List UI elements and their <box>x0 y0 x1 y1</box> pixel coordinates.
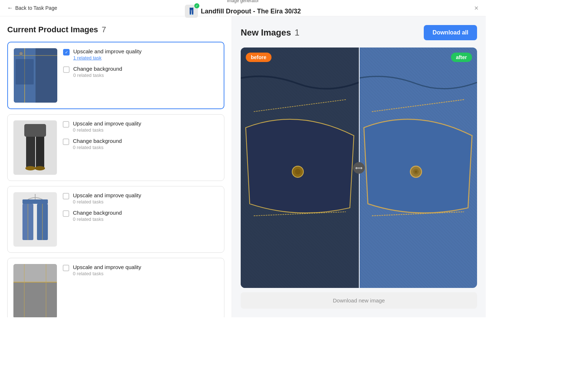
image-comparison-container: before after <box>241 48 477 288</box>
related-tasks-count: 0 related tasks <box>73 199 218 205</box>
back-label: Back to Task Page <box>15 5 57 11</box>
related-tasks-count: 0 related tasks <box>73 127 218 133</box>
after-image <box>359 48 477 288</box>
upscale-checkbox-3[interactable] <box>63 193 69 199</box>
download-all-button[interactable]: Download all <box>424 25 477 40</box>
svg-rect-7 <box>26 135 35 168</box>
task-options: Upscale and improve quality 0 related ta… <box>63 264 218 276</box>
new-images-count: 1 <box>295 28 299 38</box>
back-to-task-button[interactable]: ← Back to Task Page <box>7 5 57 11</box>
task-label: Change background <box>73 138 218 144</box>
task-label: Upscale and improve quality <box>73 48 218 54</box>
header-title-row: 👖 Landfill Dropout - The Eira 30/32 <box>185 5 301 18</box>
task-option: Upscale and improve quality 0 related ta… <box>63 192 218 205</box>
close-button[interactable]: × <box>474 4 478 12</box>
svg-rect-8 <box>36 135 44 168</box>
before-image <box>241 48 359 288</box>
product-name: Landfill Dropout - The Eira 30/32 <box>201 8 301 15</box>
task-option: Change background 0 related tasks <box>63 210 218 222</box>
svg-rect-41 <box>359 48 477 288</box>
svg-rect-20 <box>13 264 57 282</box>
left-panel: Current Product Images 7 Upsca <box>0 16 232 317</box>
check-badge-icon <box>194 3 199 8</box>
task-label: Upscale and improve quality <box>73 192 218 198</box>
task-options: Upscale and improve quality 1 related ta… <box>63 48 218 78</box>
svg-point-10 <box>35 166 45 170</box>
upscale-checkbox-2[interactable] <box>63 121 69 128</box>
right-panel: New Images 1 Download all before after <box>232 16 486 317</box>
header-subtitle: Image generator <box>227 0 259 3</box>
header: ← Back to Task Page Image generator 👖 La… <box>0 0 486 16</box>
download-new-image-button[interactable]: Download new image <box>241 292 477 309</box>
task-option: Change background 0 related tasks <box>63 138 218 150</box>
related-tasks-count: 0 related tasks <box>73 271 218 276</box>
task-label: Change background <box>73 210 218 216</box>
product-thumbnail <box>13 120 57 175</box>
product-card[interactable]: Upscale and improve quality 0 related ta… <box>7 186 224 253</box>
right-panel-header: New Images 1 Download all <box>241 25 477 40</box>
background-checkbox-1[interactable] <box>63 66 70 73</box>
svg-point-30 <box>295 169 301 174</box>
upscale-checkbox-4[interactable] <box>63 265 69 271</box>
svg-point-5 <box>19 52 23 55</box>
task-options: Upscale and improve quality 0 related ta… <box>63 120 218 150</box>
product-card[interactable]: Upscale and improve quality 0 related ta… <box>7 258 224 317</box>
task-label: Change background <box>73 66 218 72</box>
svg-rect-11 <box>24 124 46 137</box>
svg-rect-4 <box>16 59 34 84</box>
task-options: Upscale and improve quality 0 related ta… <box>63 192 218 222</box>
related-task-link[interactable]: 1 related task <box>73 55 218 61</box>
related-tasks-count: 0 related tasks <box>73 216 218 222</box>
svg-rect-21 <box>13 282 57 317</box>
task-option: Upscale and improve quality 1 related ta… <box>63 48 218 61</box>
background-checkbox-3[interactable] <box>63 210 69 217</box>
task-label: Upscale and improve quality <box>73 120 218 127</box>
product-thumbnail <box>13 192 57 247</box>
main-layout: Current Product Images 7 Upsca <box>0 16 486 317</box>
related-tasks-count: 0 related tasks <box>73 145 218 150</box>
product-card[interactable]: Upscale and improve quality 0 related ta… <box>7 114 224 181</box>
svg-rect-14 <box>22 199 48 204</box>
task-option: Upscale and improve quality 0 related ta… <box>63 120 218 133</box>
product-card[interactable]: Upscale and improve quality 1 related ta… <box>7 42 224 109</box>
back-arrow-icon: ← <box>7 5 13 11</box>
task-option: Upscale and improve quality 0 related ta… <box>63 264 218 276</box>
product-icon: 👖 <box>185 5 198 18</box>
task-option: Change background 0 related tasks <box>63 66 218 78</box>
upscale-checkbox-1[interactable] <box>63 49 70 55</box>
after-badge: after <box>451 53 472 62</box>
related-tasks-count: 0 related tasks <box>73 73 218 78</box>
product-thumbnail <box>13 264 57 317</box>
product-count: 7 <box>102 25 106 34</box>
background-checkbox-2[interactable] <box>63 139 69 145</box>
product-thumbnail <box>14 48 57 103</box>
right-panel-title: New Images 1 <box>241 28 299 38</box>
svg-point-9 <box>25 166 36 170</box>
header-center: Image generator 👖 Landfill Dropout - The… <box>185 0 301 18</box>
comparison-handle[interactable] <box>353 162 365 174</box>
left-panel-title: Current Product Images 7 <box>7 25 224 34</box>
task-label: Upscale and improve quality <box>73 264 218 270</box>
before-badge: before <box>246 53 272 62</box>
